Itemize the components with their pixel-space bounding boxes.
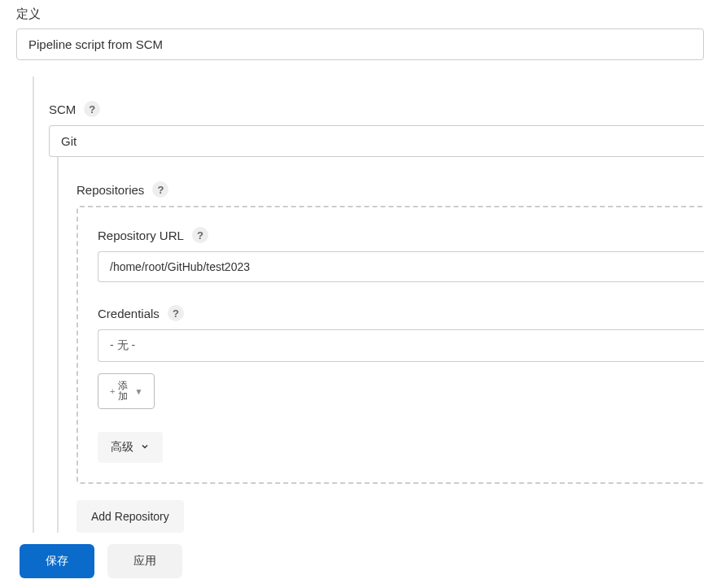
add-repository-button[interactable]: Add Repository [77,500,184,533]
help-icon[interactable]: ? [168,305,184,321]
definition-select[interactable]: Pipeline script from SCM [16,28,704,60]
save-button[interactable]: 保存 [20,544,94,578]
caret-down-icon: ▼ [134,387,142,396]
definition-label: 定义 [0,0,704,28]
add-label-line2: 加 [118,391,128,402]
chevron-down-icon [140,442,150,454]
apply-button[interactable]: 应用 [107,544,182,578]
scm-label: SCM [49,102,76,116]
help-icon[interactable]: ? [152,181,168,198]
footer-bar: 保存 应用 [0,534,704,588]
credentials-select[interactable]: - 无 - [98,329,704,362]
repository-config-box: Repository URL ? Credentials ? - 无 - + 添 [77,206,704,484]
plus-icon: + [110,386,115,396]
credentials-label: Credentials [98,307,160,320]
advanced-button[interactable]: 高级 [98,432,163,463]
repositories-label: Repositories [77,183,144,197]
help-icon[interactable]: ? [192,227,208,243]
repository-url-label: Repository URL [98,229,184,242]
add-credentials-button[interactable]: + 添 加 ▼ [98,373,155,409]
scm-select[interactable]: Git [49,125,704,157]
help-icon[interactable]: ? [84,101,100,117]
advanced-label: 高级 [111,440,133,455]
repository-url-input[interactable] [98,251,704,282]
